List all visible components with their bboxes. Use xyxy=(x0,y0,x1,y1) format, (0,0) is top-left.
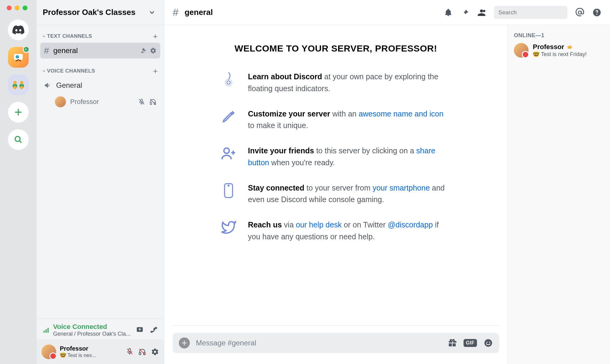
welcome-item-customize: Customize your server with an awesome na… xyxy=(220,108,452,132)
people-group-icon xyxy=(12,80,25,90)
server-header[interactable]: Professor Oak's Classes xyxy=(37,0,164,25)
svg-rect-13 xyxy=(48,328,49,333)
speaker-icon xyxy=(44,81,52,89)
message-composer[interactable]: GIF xyxy=(173,333,499,353)
voice-connected-subtitle: General / Professor Oak's Cla... xyxy=(53,331,132,337)
member-list: ONLINE—1 Professor 🤓 Test is next Friday… xyxy=(507,25,610,364)
svg-point-27 xyxy=(486,342,488,343)
svg-point-2 xyxy=(13,81,17,84)
text-channel-general[interactable]: # general xyxy=(40,43,160,59)
smartphone-link[interactable]: your smartphone xyxy=(373,184,430,192)
helpdesk-link[interactable]: our help desk xyxy=(296,220,342,229)
member-avatar xyxy=(514,43,529,58)
add-channel-button[interactable]: + xyxy=(153,67,158,75)
hash-icon: # xyxy=(44,45,49,56)
gif-button[interactable]: GIF xyxy=(464,339,477,347)
twitter-icon xyxy=(220,219,237,236)
deafen-icon[interactable] xyxy=(149,98,157,105)
svg-point-22 xyxy=(227,81,230,84)
user-settings-button[interactable] xyxy=(151,348,159,356)
welcome-screen: WELCOME TO YOUR SERVER, PROFESSOR! Learn… xyxy=(164,25,507,322)
create-invite-icon[interactable] xyxy=(140,47,147,54)
quest-indicator-icon xyxy=(220,71,237,88)
channel-sidebar: Professor Oak's Classes TEXT CHANNELS + … xyxy=(37,0,164,364)
welcome-item-learn: Learn about Discord at your own pace by … xyxy=(220,71,452,95)
window-maximize-button[interactable] xyxy=(23,5,27,10)
explore-servers-button[interactable] xyxy=(8,129,29,150)
add-channel-button[interactable]: + xyxy=(153,32,158,40)
svg-point-25 xyxy=(228,185,229,186)
chevron-down-icon xyxy=(42,69,46,73)
gift-button[interactable] xyxy=(448,338,457,348)
svg-point-28 xyxy=(489,342,490,343)
server-name: Professor Oak's Classes xyxy=(43,8,135,17)
svg-point-23 xyxy=(224,148,229,153)
smartphone-icon xyxy=(220,182,237,199)
twitter-link[interactable]: @discordapp xyxy=(388,220,433,229)
emoji-button[interactable] xyxy=(484,338,493,348)
voice-user[interactable]: Professor xyxy=(51,94,160,110)
svg-point-18 xyxy=(578,11,581,14)
welcome-item-reachus: Reach us via our help desk or on Twitter… xyxy=(220,219,452,243)
member-name: Professor xyxy=(533,43,564,51)
presentation-icon xyxy=(13,52,24,63)
pencil-icon xyxy=(220,108,237,125)
disconnect-button[interactable] xyxy=(149,326,158,334)
voice-connected-panel: Voice Connected General / Professor Oak'… xyxy=(37,318,164,340)
voice-channel-name: General xyxy=(56,81,82,90)
hash-icon: # xyxy=(173,6,179,18)
member-status: 🤓 Test is next Friday! xyxy=(533,51,587,58)
mute-button[interactable] xyxy=(126,348,133,356)
mic-muted-icon[interactable] xyxy=(138,98,145,105)
server-icon-2[interactable] xyxy=(8,74,29,95)
user-status: 🤓Test is nex... xyxy=(60,352,109,359)
welcome-item-invite: Invite your friends to this server by cl… xyxy=(220,145,452,169)
voice-channel-general[interactable]: General xyxy=(40,77,160,93)
channel-name: general xyxy=(53,46,78,55)
channel-topbar: # general xyxy=(164,0,610,25)
window-close-button[interactable] xyxy=(7,5,12,10)
user-name: Professor xyxy=(60,345,122,352)
channel-settings-icon[interactable] xyxy=(150,47,157,54)
add-server-button[interactable] xyxy=(8,102,29,123)
search-icon xyxy=(14,135,23,144)
member-group-header: ONLINE—1 xyxy=(514,32,604,39)
category-header-text[interactable]: TEXT CHANNELS + xyxy=(37,29,164,42)
avatar xyxy=(55,96,66,107)
welcome-item-mobile: Stay connected to your server from your … xyxy=(220,182,452,206)
svg-rect-9 xyxy=(150,102,152,105)
topbar-channel-name: general xyxy=(185,8,213,17)
member-row[interactable]: Professor 🤓 Test is next Friday! xyxy=(514,43,604,58)
server-rail xyxy=(0,0,37,364)
help-icon[interactable] xyxy=(592,8,601,17)
main-area: # general WELCOME TO YOUR SERVER, PROFES… xyxy=(164,0,610,364)
user-avatar[interactable] xyxy=(42,344,56,359)
plus-icon xyxy=(14,108,23,116)
search-input[interactable] xyxy=(498,9,571,16)
svg-point-26 xyxy=(485,339,492,347)
voice-connected-label: Voice Connected xyxy=(53,323,132,331)
svg-rect-11 xyxy=(44,330,45,332)
screen-share-button[interactable] xyxy=(136,326,144,334)
category-header-voice[interactable]: VOICE CHANNELS + xyxy=(37,64,164,77)
window-minimize-button[interactable] xyxy=(15,5,20,10)
home-button[interactable] xyxy=(8,20,29,40)
notifications-icon[interactable] xyxy=(444,8,453,17)
search-box[interactable] xyxy=(494,6,567,19)
deafen-button[interactable] xyxy=(138,348,146,356)
chevron-down-icon xyxy=(42,34,46,38)
svg-point-6 xyxy=(13,86,17,89)
server-icon-1[interactable] xyxy=(8,47,29,68)
svg-point-20 xyxy=(596,14,597,15)
attach-button[interactable] xyxy=(179,337,190,348)
message-input[interactable] xyxy=(196,339,442,347)
mentions-icon[interactable] xyxy=(575,8,584,17)
signal-icon xyxy=(43,327,49,334)
chevron-down-icon xyxy=(149,9,155,16)
user-panel: Professor 🤓Test is nex... xyxy=(37,340,164,364)
svg-point-4 xyxy=(20,81,23,84)
customize-link[interactable]: awesome name and icon xyxy=(359,109,443,118)
welcome-title: WELCOME TO YOUR SERVER, PROFESSOR! xyxy=(189,43,483,54)
pinned-messages-icon[interactable] xyxy=(460,8,469,17)
member-list-toggle-icon[interactable] xyxy=(477,8,486,17)
